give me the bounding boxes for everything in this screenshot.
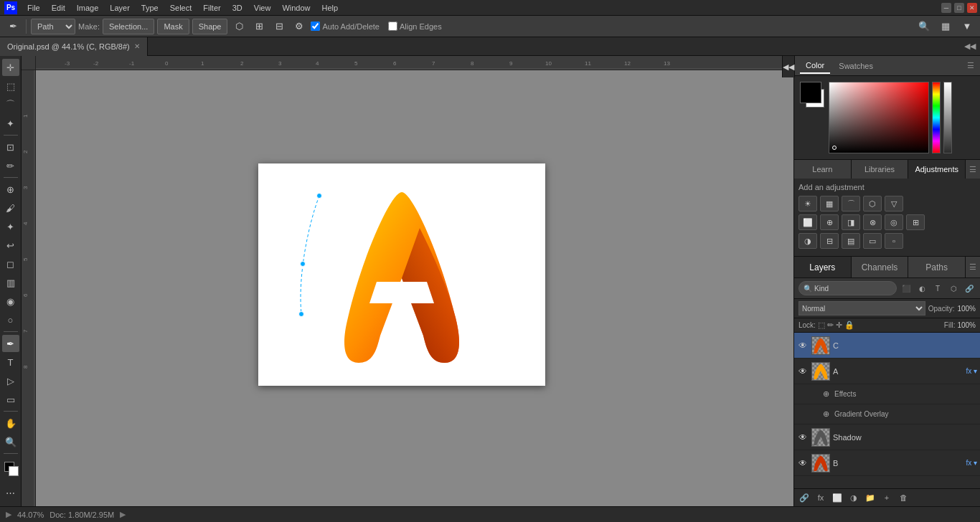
shape-tool[interactable]: ▭ [2, 391, 19, 408]
exposure-btn[interactable]: ⬡ [863, 196, 882, 212]
workspace-icon[interactable]: ▦ [937, 18, 954, 35]
pen-tool[interactable]: ✒ [2, 335, 19, 352]
add-mask-btn[interactable]: ⬜ [830, 491, 844, 504]
mask-button[interactable]: Mask [157, 19, 189, 34]
filter-type-icon[interactable]: T [931, 282, 944, 295]
foreground-color-btn[interactable] [2, 460, 19, 477]
adj-panel-options-icon[interactable]: ☰ [966, 160, 980, 179]
zoom-tool[interactable]: 🔍 [2, 433, 19, 450]
layer-a[interactable]: 👁 A fx ▾ [794, 359, 980, 384]
add-style-btn[interactable]: fx [814, 491, 828, 504]
close-button[interactable]: ✕ [967, 3, 977, 13]
hsl-btn[interactable]: ⬜ [798, 214, 817, 230]
menu-help[interactable]: Help [316, 2, 344, 14]
move-tool[interactable]: ✛ [2, 59, 19, 76]
lock-pixels-icon[interactable]: ⬚ [818, 321, 825, 330]
layer-c[interactable]: 👁 C [794, 333, 980, 359]
distribute-icon[interactable]: ⊟ [270, 18, 288, 35]
path-mode-select[interactable]: Path Shape Pixels [31, 19, 75, 34]
close-tab-icon[interactable]: ✕ [134, 42, 140, 50]
selection-button[interactable]: Selection... [103, 19, 154, 34]
menu-view[interactable]: View [248, 2, 277, 14]
minimize-button[interactable]: ─ [941, 3, 951, 13]
bw-btn[interactable]: ◨ [842, 214, 860, 230]
hue-slider[interactable] [932, 82, 941, 153]
eraser-tool[interactable]: ◻ [2, 255, 19, 272]
crop-tool[interactable]: ⊡ [2, 138, 19, 156]
layer-shadow-visibility-icon[interactable]: 👁 [797, 432, 809, 443]
eyedropper-tool[interactable]: ✏ [2, 157, 19, 174]
opacity-value[interactable]: 100% [957, 305, 976, 313]
vibrance-btn[interactable]: ▽ [885, 196, 903, 212]
text-tool[interactable]: T [2, 353, 19, 371]
new-group-btn[interactable]: 📁 [863, 491, 877, 504]
blend-mode-select[interactable]: Normal Multiply Screen Overlay [798, 301, 925, 315]
threshold-btn[interactable]: ▤ [842, 233, 860, 249]
opacity-slider-color[interactable] [943, 82, 952, 153]
shape-button[interactable]: Shape [192, 19, 228, 34]
search-icon[interactable]: 🔍 [915, 18, 933, 35]
layers-search-input[interactable] [814, 285, 892, 293]
color-field[interactable] [829, 82, 929, 153]
dodge-tool[interactable]: ○ [2, 311, 19, 328]
fill-value[interactable]: 100% [957, 321, 976, 329]
add-adjustment-btn[interactable]: ◑ [847, 491, 861, 504]
pen-tool-icon[interactable]: ✒ [4, 18, 22, 35]
clone-tool[interactable]: ✦ [2, 218, 19, 235]
menu-edit[interactable]: Edit [46, 2, 71, 14]
status-left-arrow[interactable]: ▶ [6, 510, 11, 519]
foreground-color-swatch[interactable] [800, 82, 821, 103]
layers-panel-options-icon[interactable]: ☰ [966, 257, 980, 277]
layer-a-gradient-overlay-subitem[interactable]: ⊕ Gradient Overlay [794, 404, 980, 424]
blur-tool[interactable]: ◉ [2, 293, 19, 310]
layer-c-visibility-icon[interactable]: 👁 [797, 340, 809, 351]
status-right-arrow[interactable]: ▶ [120, 510, 126, 519]
color-lookup-btn[interactable]: ⊞ [906, 214, 925, 230]
lock-all-icon[interactable]: 🔒 [844, 321, 854, 330]
maximize-button[interactable]: □ [954, 3, 964, 13]
invert-btn[interactable]: ◑ [798, 233, 817, 249]
posterize-btn[interactable]: ⊟ [820, 233, 839, 249]
magic-wand-tool[interactable]: ✦ [2, 115, 19, 132]
settings-icon[interactable]: ⚙ [291, 18, 308, 35]
filter-pixel-icon[interactable]: ⬛ [900, 282, 913, 295]
history-brush-tool[interactable]: ↩ [2, 237, 19, 254]
curves-btn[interactable]: ⌒ [842, 196, 860, 212]
extra-tools-btn[interactable]: ⋯ [2, 484, 19, 501]
gradient-map-btn[interactable]: ▭ [863, 233, 882, 249]
lasso-tool[interactable]: ⌒ [2, 96, 19, 113]
link-layers-btn[interactable]: 🔗 [797, 491, 811, 504]
menu-layer[interactable]: Layer [104, 2, 136, 14]
path-select-tool[interactable]: ▷ [2, 372, 19, 389]
new-layer-btn[interactable]: + [880, 491, 894, 504]
menu-file[interactable]: File [22, 2, 46, 14]
channels-tab[interactable]: Channels [852, 257, 909, 277]
color-tab[interactable]: Color [800, 58, 830, 74]
layer-b-visibility-icon[interactable]: 👁 [797, 457, 809, 469]
lock-position-icon[interactable]: ✏ [827, 321, 834, 330]
healing-tool[interactable]: ⊕ [2, 181, 19, 198]
menu-3d[interactable]: 3D [227, 2, 248, 14]
canvas-content[interactable] [36, 70, 793, 506]
adjustments-tab[interactable]: Adjustments [908, 160, 966, 179]
auto-add-delete-checkbox[interactable] [311, 22, 320, 31]
color-balance-btn[interactable]: ⊕ [820, 214, 839, 230]
menu-type[interactable]: Type [136, 2, 164, 14]
auto-add-delete-label[interactable]: Auto Add/Delete [311, 22, 380, 31]
hand-tool[interactable]: ✋ [2, 414, 19, 432]
layer-shadow[interactable]: 👁 Shadow [794, 424, 980, 450]
channel-mixer-btn[interactable]: ◎ [885, 214, 903, 230]
document-tab[interactable]: Original.psd @ 44.1% (C, RGB/8#) ✕ [0, 37, 148, 56]
canvas-area[interactable]: -3 -2 -1 0 1 2 3 4 5 6 7 8 9 10 11 12 13 [22, 56, 793, 506]
layers-tab[interactable]: Layers [794, 257, 852, 277]
layer-a-visibility-icon[interactable]: 👁 [797, 366, 809, 377]
filter-shape-icon[interactable]: ⬡ [947, 282, 960, 295]
photo-filter-btn[interactable]: ⊗ [863, 214, 882, 230]
align-edges-checkbox[interactable] [388, 22, 397, 31]
delete-layer-btn[interactable]: 🗑 [896, 491, 910, 504]
select-rect-tool[interactable]: ⬚ [2, 77, 19, 95]
color-panel-options-icon[interactable]: ☰ [967, 61, 974, 70]
menu-image[interactable]: Image [71, 2, 105, 14]
layer-a-fx[interactable]: fx ▾ [966, 367, 977, 375]
lock-artboards-icon[interactable]: ✛ [836, 321, 842, 330]
